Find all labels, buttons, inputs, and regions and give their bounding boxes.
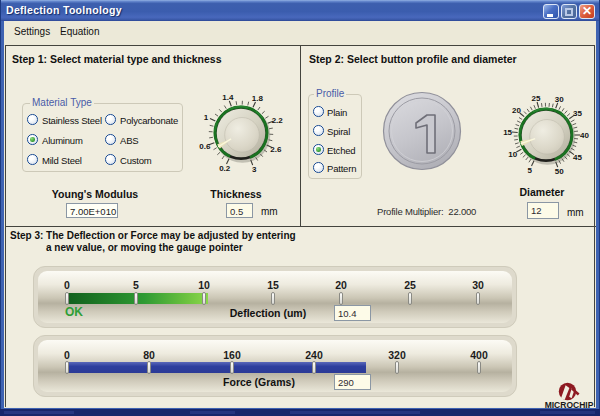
svg-text:50: 50 xyxy=(555,167,564,176)
svg-text:35: 35 xyxy=(573,109,582,118)
svg-text:3: 3 xyxy=(252,165,257,174)
svg-text:15: 15 xyxy=(503,128,512,137)
svg-text:45: 45 xyxy=(573,153,582,162)
svg-text:40: 40 xyxy=(580,131,589,140)
svg-text:25: 25 xyxy=(532,94,541,103)
svg-text:0.6: 0.6 xyxy=(199,142,211,151)
svg-text:20: 20 xyxy=(512,106,521,115)
svg-text:5: 5 xyxy=(527,166,532,175)
svg-text:2.6: 2.6 xyxy=(270,145,282,154)
svg-text:30: 30 xyxy=(555,95,564,104)
svg-text:0.2: 0.2 xyxy=(219,164,231,173)
svg-text:10: 10 xyxy=(508,150,517,159)
svg-text:1.4: 1.4 xyxy=(222,93,234,102)
svg-text:2.2: 2.2 xyxy=(272,116,284,125)
svg-text:1: 1 xyxy=(204,113,209,122)
svg-text:1.8: 1.8 xyxy=(252,94,264,103)
